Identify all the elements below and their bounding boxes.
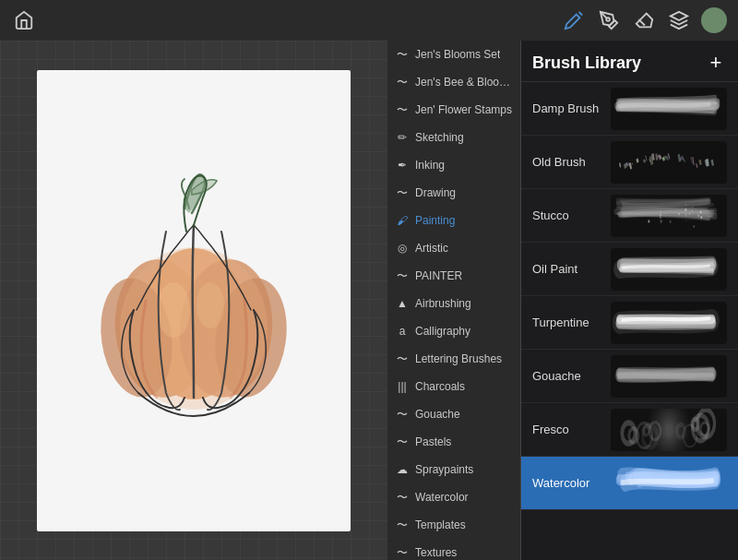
home-icon[interactable]	[11, 7, 37, 33]
brush-stroke-fresco	[611, 409, 727, 451]
brush-library-header: Brush Library +	[521, 41, 738, 82]
sidebar-item-artistic[interactable]: ◎Artistic	[387, 234, 520, 262]
watercolor-icon: 〜	[395, 490, 410, 505]
brush-item-damp-brush[interactable]: Damp Brush	[521, 82, 738, 136]
brush-name-turpentine: Turpentine	[532, 316, 611, 329]
charcoals-icon: |||	[395, 379, 410, 394]
layers-icon[interactable]	[666, 7, 692, 33]
toolbar-right	[561, 7, 727, 33]
brush-item-turpentine[interactable]: Turpentine	[521, 296, 738, 350]
brush-item-old-brush[interactable]: Old Brush	[521, 136, 738, 189]
eraser-tool-icon[interactable]	[631, 7, 657, 33]
brush-item-oil-paint[interactable]: Oil Paint	[521, 243, 738, 296]
sidebar-item-drawing[interactable]: 〜Drawing	[387, 179, 520, 207]
templates-label: Templates	[415, 518, 466, 531]
brush-name-gouache: Gouache	[532, 369, 611, 383]
brush-item-watercolor[interactable]: Watercolor	[521, 457, 738, 510]
airbrushing-icon: ▲	[395, 296, 410, 311]
right-panel: 〜Jen's Blooms Set〜Jen's Bee & Bloom...〜J…	[387, 41, 738, 560]
charcoals-label: Charcoals	[415, 380, 465, 393]
jens-bee-label: Jen's Bee & Bloom...	[415, 76, 513, 89]
drawing-icon: 〜	[395, 185, 410, 200]
user-avatar[interactable]	[701, 7, 727, 33]
brush-name-old-brush: Old Brush	[532, 155, 611, 169]
gouache-label: Gouache	[415, 408, 460, 421]
painting-label: Painting	[415, 214, 455, 227]
airbrushing-label: Airbrushing	[415, 297, 471, 310]
sketching-label: Sketching	[415, 131, 464, 144]
canvas-paper	[37, 70, 351, 531]
pastels-label: Pastels	[415, 435, 451, 448]
sidebar-item-jens-flower[interactable]: 〜Jen' Flower Stamps	[387, 96, 520, 124]
jens-flower-icon: 〜	[395, 102, 410, 117]
brush-stroke-stucco	[611, 195, 727, 237]
spraypaints-label: Spraypaints	[415, 463, 473, 476]
svg-marker-2	[671, 12, 687, 20]
canvas-area[interactable]	[0, 41, 387, 560]
brush-item-fresco[interactable]: Fresco	[521, 403, 738, 457]
svg-line-0	[579, 12, 583, 16]
sidebar-item-airbrushing[interactable]: ▲Airbrushing	[387, 290, 520, 317]
brush-library-title: Brush Library	[532, 54, 641, 73]
sketching-icon: ✏	[395, 130, 410, 145]
sidebar-item-painting[interactable]: 🖌Painting	[387, 207, 520, 234]
svg-point-9	[157, 282, 190, 338]
sidebar-item-spraypaints[interactable]: ☁Spraypaints	[387, 456, 520, 483]
brush-list: Brush Library + Damp BrushOld BrushStucc…	[521, 41, 738, 560]
pencil-tool-icon[interactable]	[561, 7, 587, 33]
toolbar	[0, 0, 738, 41]
templates-icon: 〜	[395, 518, 410, 532]
brush-stroke-damp-brush	[611, 88, 727, 130]
brush-name-watercolor: Watercolor	[532, 476, 611, 490]
brush-item-stucco[interactable]: Stucco	[521, 189, 738, 243]
sidebar-item-calligraphy[interactable]: aCalligraphy	[387, 317, 520, 345]
sidebar-item-pastels[interactable]: 〜Pastels	[387, 428, 520, 456]
jens-flower-label: Jen' Flower Stamps	[415, 103, 512, 116]
add-brush-button[interactable]: +	[705, 52, 727, 74]
category-list: 〜Jen's Blooms Set〜Jen's Bee & Bloom...〜J…	[387, 41, 521, 560]
sidebar-item-textures[interactable]: 〜Textures	[387, 539, 520, 560]
toolbar-left	[11, 7, 37, 33]
brush-item-gouache[interactable]: Gouache	[521, 350, 738, 403]
gouache-icon: 〜	[395, 407, 410, 422]
sidebar-item-charcoals[interactable]: |||Charcoals	[387, 373, 520, 400]
brush-stroke-gouache	[611, 355, 727, 398]
textures-label: Textures	[415, 546, 457, 559]
brush-name-fresco: Fresco	[532, 423, 611, 436]
pen-tool-icon[interactable]	[596, 7, 622, 33]
artistic-icon: ◎	[395, 241, 410, 256]
artistic-label: Artistic	[415, 242, 448, 255]
sidebar-item-jens-bee[interactable]: 〜Jen's Bee & Bloom...	[387, 68, 520, 96]
sidebar-item-painter[interactable]: 〜PAINTER	[387, 262, 520, 290]
painting-icon: 🖌	[395, 213, 410, 228]
sidebar-item-jens-blooms[interactable]: 〜Jen's Blooms Set	[387, 41, 520, 68]
jens-bee-icon: 〜	[395, 75, 410, 89]
calligraphy-icon: a	[395, 324, 410, 339]
spraypaints-icon: ☁	[395, 462, 410, 477]
inking-label: Inking	[415, 159, 445, 172]
sidebar-item-templates[interactable]: 〜Templates	[387, 511, 520, 539]
lettering-icon: 〜	[395, 351, 410, 366]
watercolor-label: Watercolor	[415, 491, 469, 504]
painter-icon: 〜	[395, 268, 410, 283]
sidebar-item-gouache[interactable]: 〜Gouache	[387, 400, 520, 428]
svg-point-10	[196, 282, 224, 328]
sidebar-item-sketching[interactable]: ✏Sketching	[387, 124, 520, 151]
textures-icon: 〜	[395, 545, 410, 560]
brush-stroke-old-brush	[611, 141, 727, 184]
jens-blooms-icon: 〜	[395, 47, 410, 62]
inking-icon: ✒	[395, 158, 410, 173]
calligraphy-label: Calligraphy	[415, 325, 470, 338]
sidebar-item-inking[interactable]: ✒Inking	[387, 151, 520, 179]
pumpkin-drawing	[74, 125, 314, 476]
painter-label: PAINTER	[415, 269, 462, 282]
lettering-label: Lettering Brushes	[415, 352, 502, 365]
drawing-label: Drawing	[415, 186, 456, 199]
brush-name-stucco: Stucco	[532, 209, 611, 222]
sidebar-item-lettering[interactable]: 〜Lettering Brushes	[387, 345, 520, 373]
svg-point-1	[606, 18, 610, 21]
jens-blooms-label: Jen's Blooms Set	[415, 48, 500, 61]
pastels-icon: 〜	[395, 435, 410, 449]
brush-stroke-turpentine	[611, 302, 727, 344]
sidebar-item-watercolor[interactable]: 〜Watercolor	[387, 483, 520, 511]
